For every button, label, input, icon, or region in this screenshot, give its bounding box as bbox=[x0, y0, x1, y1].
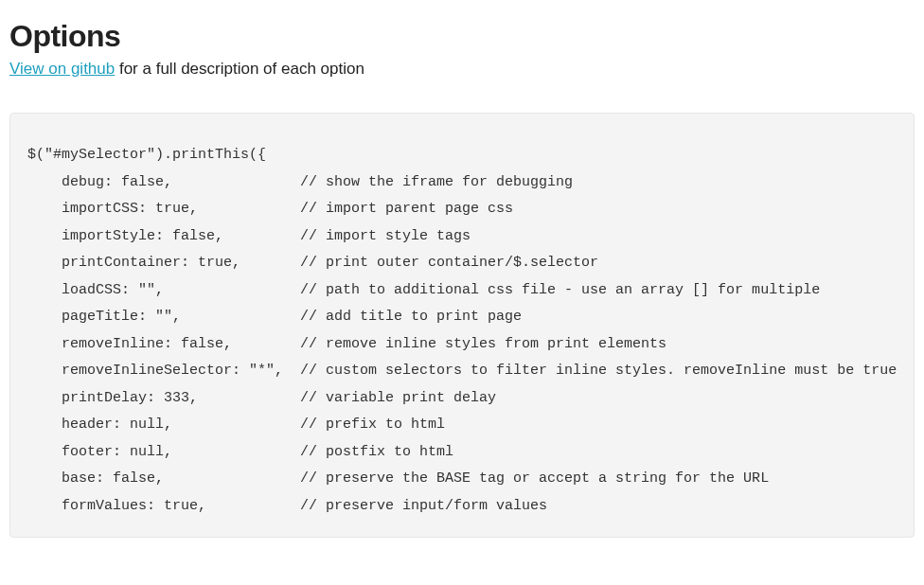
section-heading: Options bbox=[9, 19, 915, 54]
subtitle-tail: for a full description of each option bbox=[115, 60, 364, 78]
section-subtitle: View on github for a full description of… bbox=[9, 60, 915, 79]
github-link[interactable]: View on github bbox=[9, 60, 115, 78]
code-block: $("#mySelector").printThis({ debug: fals… bbox=[9, 113, 915, 538]
